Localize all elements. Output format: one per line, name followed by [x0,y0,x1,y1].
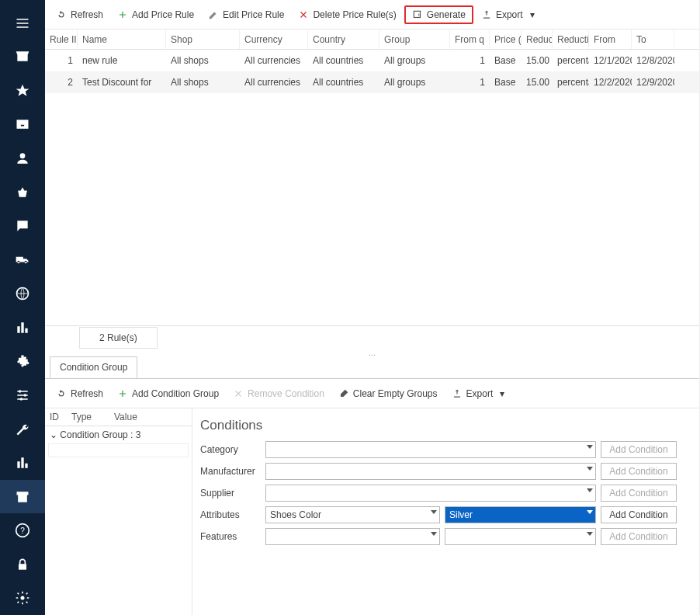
sidebar-report-icon[interactable] [0,446,45,480]
add-condition-group-button[interactable]: Add Condition Group [111,384,225,403]
cell-reducti: percenta [553,51,589,70]
col-from-date[interactable]: From [589,30,632,49]
row-count: 2 Rule(s) [79,327,158,349]
delete-price-rule-button[interactable]: Delete Price Rule(s) [292,5,402,24]
col-group[interactable]: Group [379,30,450,49]
sidebar-lock-icon[interactable] [0,547,45,582]
sidebar-puzzle-icon[interactable] [0,345,45,379]
cell-shop: All shops [166,73,240,92]
tree-group-row[interactable]: ⌄ Condition Group : 3 [45,426,192,443]
tree-col-value[interactable]: Value [109,408,192,426]
remove-condition-button[interactable]: Remove Condition [227,384,331,403]
sidebar-basket-icon[interactable] [0,175,45,210]
condition-row-manufacturer: ManufacturerAdd Condition [200,463,691,480]
sidebar-truck-icon[interactable] [0,243,45,277]
export-conditions-button[interactable]: Export▾ [445,384,515,403]
cell-curr: All currencies [240,73,308,92]
caret-down-icon: ▾ [527,9,538,20]
table-row[interactable]: 1new ruleAll shopsAll currenciesAll coun… [45,50,699,71]
condition-label: Features [200,531,261,542]
tree-col-type[interactable]: Type [67,408,109,426]
condition-combo-2[interactable] [445,528,596,545]
col-name[interactable]: Name [78,30,166,49]
col-price[interactable]: Price (ti [490,30,522,49]
caret-down-icon: ▾ [497,388,508,399]
condition-combo-2[interactable]: Silver [445,506,596,523]
col-reduction-type[interactable]: Reducti [553,30,589,49]
sidebar-chat-icon[interactable] [0,209,45,243]
sidebar-chart-icon[interactable] [0,311,45,345]
export-button[interactable]: Export▾ [475,5,544,24]
col-rule[interactable]: Rule II [45,30,78,49]
condition-row-category: CategoryAdd Condition [200,441,691,458]
condition-row-attributes: AttributesShoes ColorSilverAdd Condition [200,506,691,523]
add-condition-button[interactable]: Add Condition [601,528,677,545]
clear-empty-groups-button[interactable]: Clear Empty Groups [332,384,444,403]
table-row[interactable]: 2Test Discount forAll shopsAll currencie… [45,71,699,93]
top-toolbar: Refresh Add Price Rule Edit Price Rule D… [45,0,699,30]
conditions-title: Conditions [200,418,691,433]
cell-rule: 2 [45,73,78,92]
sidebar-user-icon[interactable] [0,141,45,175]
cell-price: Base [490,51,522,70]
add-price-rule-button[interactable]: Add Price Rule [111,5,200,24]
condition-combo-1[interactable] [265,485,596,502]
condition-combo-1[interactable]: Shoes Color [265,506,440,523]
sidebar-sliders-icon[interactable] [0,378,45,412]
condition-combo-1[interactable] [265,463,596,480]
tree-header: ID Type Value [45,408,192,426]
sidebar-wrench-icon[interactable] [0,412,45,446]
sidebar-globe-icon[interactable] [0,277,45,311]
svg-point-3 [24,394,26,396]
pencil-icon [208,9,219,20]
refresh-conditions-button[interactable]: Refresh [50,384,109,403]
grid-footer: 2 Rule(s) [45,325,699,349]
splitter[interactable]: … [45,349,699,356]
add-condition-button[interactable]: Add Condition [601,463,677,480]
condition-tree: ID Type Value ⌄ Condition Group : 3 [45,408,192,615]
chevron-down-icon: ⌄ [50,429,60,440]
add-condition-button[interactable]: Add Condition [601,441,677,458]
tree-empty-row[interactable] [48,443,189,457]
condition-combo-1[interactable] [265,441,596,458]
cell-group: All groups [379,73,450,92]
col-reduct[interactable]: Reduct [522,30,553,49]
sidebar-archive-icon[interactable] [0,480,45,514]
col-country[interactable]: Country [308,30,379,49]
sidebar: ? [0,0,45,615]
tree-col-id[interactable]: ID [45,408,67,426]
sidebar-star-icon[interactable] [0,74,45,108]
refresh-button[interactable]: Refresh [50,5,109,24]
condition-row-features: FeaturesAdd Condition [200,528,691,545]
eraser-icon [338,388,349,399]
condition-combo-1[interactable] [265,528,440,545]
plus-icon [117,388,128,399]
cell-reducti: percenta [553,73,589,92]
export-icon [452,388,463,399]
x-icon [233,388,244,399]
sidebar-shop-icon[interactable] [0,40,45,75]
sidebar-menu-icon[interactable] [0,6,45,40]
tab-condition-group[interactable]: Condition Group [50,356,137,378]
plus-icon [117,9,128,20]
svg-rect-7 [19,564,26,570]
sidebar-inbox-icon[interactable] [0,108,45,142]
cell-fromq: 1 [450,73,490,92]
generate-icon [412,9,423,20]
condition-toolbar: Refresh Add Condition Group Remove Condi… [45,379,699,408]
generate-button[interactable]: Generate [404,5,473,24]
col-to-date[interactable]: To [632,30,674,49]
cell-fromq: 1 [450,51,490,70]
condition-label: Supplier [200,488,261,499]
col-shop[interactable]: Shop [166,30,240,49]
edit-price-rule-button[interactable]: Edit Price Rule [202,5,290,24]
sidebar-help-icon[interactable]: ? [0,513,45,547]
add-condition-button[interactable]: Add Condition [601,485,677,502]
col-currency[interactable]: Currency [240,30,308,49]
condition-label: Category [200,444,261,455]
conditions-panel: Conditions CategoryAdd ConditionManufact… [192,408,699,615]
add-condition-button[interactable]: Add Condition [601,506,677,523]
col-from-qty[interactable]: From q [450,30,490,49]
sidebar-gear-icon[interactable] [0,582,45,615]
cell-coun: All countries [308,73,379,92]
